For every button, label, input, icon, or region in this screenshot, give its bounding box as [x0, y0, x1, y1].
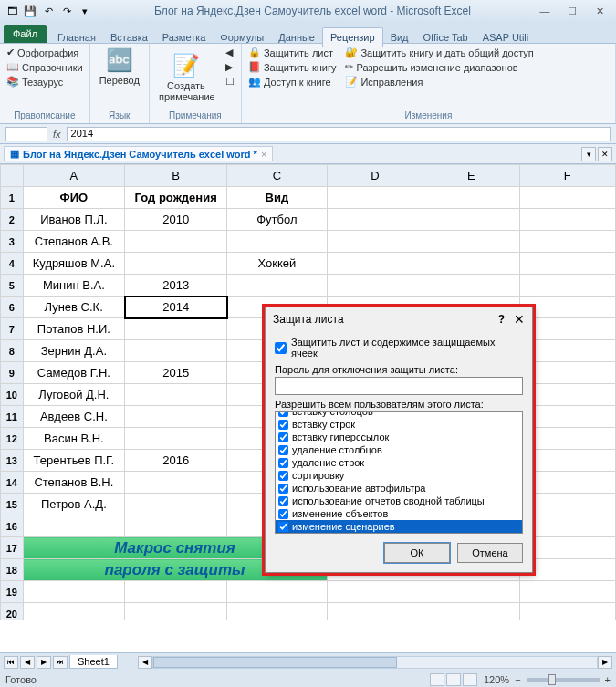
changes-item-3[interactable]: 🔐Защитить книгу и дать общий доступ [342, 46, 536, 59]
fx-icon[interactable]: fx [53, 129, 61, 140]
cell-B3[interactable] [125, 231, 227, 253]
cell-A7[interactable]: Потапов Н.И. [23, 318, 125, 340]
row-header-3[interactable]: 3 [1, 231, 24, 253]
permission-item-0[interactable]: вставку столбцов [276, 411, 522, 418]
cancel-button[interactable]: Отмена [457, 543, 523, 563]
permission-item-5[interactable]: сортировку [276, 469, 522, 482]
col-header-F[interactable]: F [519, 165, 615, 187]
cell-B16[interactable] [125, 515, 227, 537]
col-header-D[interactable]: D [327, 165, 423, 187]
cell-F11[interactable] [519, 406, 615, 428]
ok-button[interactable]: ОК [384, 543, 450, 563]
cell-F16[interactable] [519, 515, 615, 537]
proofing-item-1[interactable]: 📖Справочники [4, 60, 86, 74]
cell-A6[interactable]: Лунев С.К. [23, 297, 125, 318]
row-header-10[interactable]: 10 [1, 384, 24, 406]
row-header-9[interactable]: 9 [1, 362, 24, 384]
sheet-nav-first[interactable]: ⏮ [4, 656, 18, 669]
permission-item-6[interactable]: использование автофильтра [276, 482, 522, 494]
cell-F5[interactable] [519, 275, 615, 297]
permission-item-2[interactable]: вставку гиперссылок [276, 431, 522, 443]
view-normal-button[interactable] [430, 673, 444, 686]
new-comment-button[interactable]: 📝Создать примечание [153, 46, 219, 109]
sheet-tab[interactable]: Sheet1 [69, 655, 118, 669]
cell-F3[interactable] [519, 231, 615, 253]
cell-F13[interactable] [519, 450, 615, 472]
cell-D1[interactable] [327, 187, 423, 209]
cell-A11[interactable]: Авдеев С.Н. [23, 406, 125, 428]
permission-item-1[interactable]: вставку строк [276, 418, 522, 431]
cell-E5[interactable] [423, 275, 519, 297]
row-header-7[interactable]: 7 [1, 318, 24, 340]
cell-A14[interactable]: Степанов В.Н. [23, 472, 125, 494]
row-header-2[interactable]: 2 [1, 209, 24, 231]
row-header-4[interactable]: 4 [1, 253, 24, 275]
cell-A4[interactable]: Кудряшов М.А. [23, 253, 125, 275]
row-header-14[interactable]: 14 [1, 472, 24, 494]
permission-item-9[interactable]: изменение сценариев [276, 520, 522, 533]
next-comment-button[interactable]: ▶ [223, 60, 237, 74]
cell-B8[interactable] [125, 340, 227, 362]
cell-B6[interactable]: 2014 [125, 297, 227, 318]
sheet-nav-next[interactable]: ▶ [37, 656, 51, 669]
changes-item-1[interactable]: 📕Защитить книгу [245, 60, 339, 74]
cell-A13[interactable]: Терентьев П.Г. [23, 450, 125, 472]
horizontal-scrollbar[interactable]: ◀ ▶ [138, 656, 612, 669]
row-header-16[interactable]: 16 [1, 515, 24, 537]
cell-F4[interactable] [519, 253, 615, 275]
row-header-11[interactable]: 11 [1, 406, 24, 428]
zoom-level[interactable]: 120% [484, 674, 509, 685]
cell-F15[interactable] [519, 494, 615, 515]
file-tab[interactable]: Файл [4, 25, 47, 43]
cell-D2[interactable] [327, 209, 423, 231]
close-doc-icon[interactable]: × [261, 149, 266, 160]
cell-B14[interactable] [125, 472, 227, 494]
col-header-C[interactable]: C [227, 165, 328, 187]
cell-B5[interactable]: 2013 [125, 275, 227, 297]
proofing-item-2[interactable]: 📚Тезаурус [4, 75, 86, 88]
permission-item-7[interactable]: использование отчетов сводной таблицы [276, 494, 522, 507]
cell-B4[interactable] [125, 253, 227, 275]
cell-E4[interactable] [423, 253, 519, 275]
row-header-6[interactable]: 6 [1, 297, 24, 318]
permission-item-4[interactable]: удаление строк [276, 456, 522, 469]
permission-item-3[interactable]: удаление столбцов [276, 443, 522, 456]
cell-F7[interactable] [519, 318, 615, 340]
changes-item-4[interactable]: ✏Разрешить изменение диапазонов [342, 60, 536, 74]
formula-input[interactable]: 2014 [67, 127, 611, 141]
view-pagebreak-button[interactable] [463, 673, 477, 686]
protect-contents-checkbox[interactable]: Защитить лист и содержимое защищаемых яч… [275, 337, 523, 359]
show-comments-button[interactable]: ☐ [223, 75, 237, 88]
cell-A1[interactable]: ФИО [23, 187, 125, 209]
cell-B15[interactable] [125, 494, 227, 515]
cell-C3[interactable] [227, 231, 328, 253]
document-tab[interactable]: ▦ Блог на Яндекс.Дзен Самоучитель excel … [4, 146, 273, 161]
maximize-button[interactable]: ☐ [559, 3, 585, 19]
cell-B13[interactable]: 2016 [125, 450, 227, 472]
docstrip-close[interactable]: ✕ [598, 147, 612, 161]
cell-E1[interactable] [423, 187, 519, 209]
zoom-out-button[interactable]: − [515, 674, 520, 685]
docstrip-dropdown[interactable]: ▾ [581, 147, 596, 161]
translate-button[interactable]: 🔤Перевод [94, 46, 145, 88]
qat-dropdown-icon[interactable]: ▾ [77, 3, 93, 19]
sheet-nav-prev[interactable]: ◀ [20, 656, 35, 669]
cell-F9[interactable] [519, 362, 615, 384]
zoom-slider[interactable] [527, 678, 600, 682]
cell-B7[interactable] [125, 318, 227, 340]
cell-B11[interactable] [125, 406, 227, 428]
view-layout-button[interactable] [446, 673, 461, 686]
zoom-in-button[interactable]: + [605, 674, 611, 685]
cell-A10[interactable]: Луговой Д.Н. [23, 384, 125, 406]
cell-E2[interactable] [423, 209, 519, 231]
cell-C5[interactable] [227, 275, 328, 297]
cell-F14[interactable] [519, 472, 615, 494]
cell-B12[interactable] [125, 428, 227, 450]
row-header-13[interactable]: 13 [1, 450, 24, 472]
dialog-close-button[interactable]: ✕ [514, 312, 525, 327]
cell-D5[interactable] [327, 275, 423, 297]
cell-D3[interactable] [327, 231, 423, 253]
select-all-corner[interactable] [1, 165, 24, 187]
changes-item-5[interactable]: 📝Исправления [342, 75, 536, 88]
cell-A16[interactable] [23, 515, 125, 537]
